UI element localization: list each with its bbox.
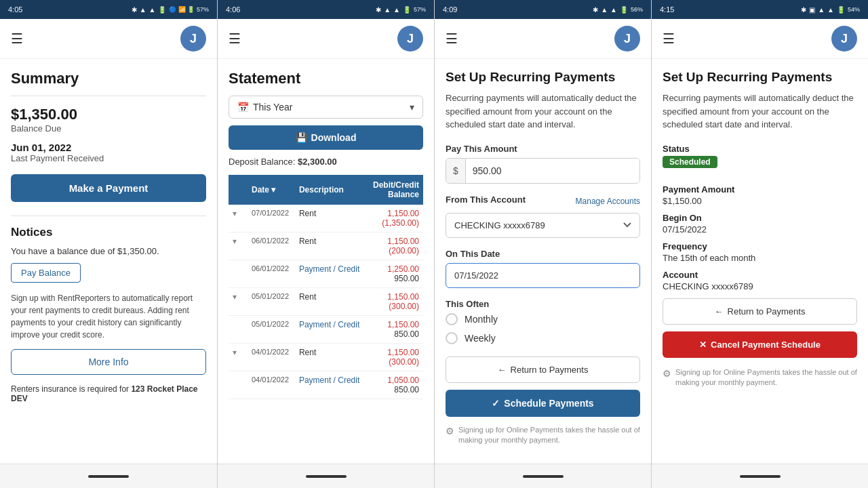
table-row: 05/01/2022 Payment / Credit 1,150.00 850… bbox=[229, 316, 423, 344]
screen-recurring-scheduled: 4:15 ✱ ▣ ▲ ▲ 🔋 54% ☰ J Set Up Recurring … bbox=[651, 0, 868, 488]
account-select[interactable]: CHECKING xxxxx6789 bbox=[446, 213, 640, 238]
deposit-balance: Deposit Balance: $2,300.00 bbox=[229, 157, 423, 167]
home-indicator-2 bbox=[306, 475, 347, 478]
divider-1 bbox=[11, 96, 206, 96]
expand-cell[interactable]: ▾ bbox=[229, 344, 248, 371]
status-time-4: 4:15 bbox=[660, 5, 674, 14]
recurring-description-3: Recurring payments will automatically de… bbox=[446, 92, 640, 131]
top-bar-2: ☰ J bbox=[218, 19, 434, 59]
status-time-1: 4:05 bbox=[8, 5, 22, 14]
menu-icon-3[interactable]: ☰ bbox=[446, 30, 458, 47]
amount-cell: 1,150.00 (300.00) bbox=[367, 344, 423, 371]
account-select-header: From This Account Manage Accounts bbox=[446, 195, 640, 209]
battery-pct-3: 56% bbox=[631, 6, 643, 13]
table-row: 06/01/2022 Payment / Credit 1,250.00 950… bbox=[229, 260, 423, 288]
home-indicator-3 bbox=[523, 475, 564, 478]
status-icons-2: ✱ ▲ ▲ 🔋 57% bbox=[376, 6, 426, 14]
description-cell[interactable]: Payment / Credit bbox=[295, 371, 367, 399]
bottom-nav-2 bbox=[218, 464, 434, 488]
home-indicator-1 bbox=[88, 475, 129, 478]
footer-info-4: ⚙ Signing up for Online Payments takes t… bbox=[663, 367, 857, 388]
status-bar-3: 4:09 ✱ ▲ ▲ 🔋 56% bbox=[435, 0, 651, 19]
frequency-val: The 15th of each month bbox=[663, 253, 857, 263]
radio-label-weekly: Weekly bbox=[465, 333, 496, 344]
date-cell: 05/01/2022 bbox=[248, 288, 295, 316]
date-cell: 07/01/2022 bbox=[248, 205, 295, 232]
description-cell: Rent bbox=[295, 344, 367, 371]
status-bar-1: 4:05 ✱ ▲ ▲ 🔋 🔵 📶 🔋 57% bbox=[0, 0, 217, 19]
date-cell: 04/01/2022 bbox=[248, 371, 295, 399]
return-to-payments-button-4[interactable]: ← Return to Payments bbox=[663, 298, 857, 325]
download-button[interactable]: 💾 Download bbox=[229, 125, 423, 150]
status-badge: Scheduled bbox=[663, 156, 717, 168]
year-filter-dropdown[interactable]: 📅 This Year ▾ bbox=[229, 96, 423, 119]
bottom-nav-1 bbox=[0, 464, 217, 488]
table-row: ▾ 04/01/2022 Rent 1,150.00 (300.00) bbox=[229, 344, 423, 371]
bluetooth-icon-3: ✱ bbox=[593, 6, 598, 14]
radio-weekly[interactable]: Weekly bbox=[446, 332, 640, 344]
deposit-amount: $2,300.00 bbox=[298, 157, 337, 167]
menu-icon-2[interactable]: ☰ bbox=[229, 30, 241, 47]
avatar-4[interactable]: J bbox=[831, 26, 857, 52]
expand-cell[interactable]: ▾ bbox=[229, 288, 248, 316]
menu-icon-4[interactable]: ☰ bbox=[663, 30, 675, 47]
cancel-payment-schedule-button[interactable]: ✕ Cancel Payment Schedule bbox=[663, 331, 857, 358]
signal-icon-2: ▲ bbox=[393, 6, 400, 14]
notice-text: You have a balance due of $1,350.00. bbox=[11, 246, 206, 256]
avatar-1[interactable]: J bbox=[180, 26, 206, 52]
amount-cell: 1,150.00 850.00 bbox=[367, 316, 423, 344]
calendar-icon: 📅 bbox=[237, 102, 249, 113]
page-title-statement: Statement bbox=[229, 70, 423, 87]
pay-amount-input[interactable] bbox=[466, 159, 639, 183]
frequency-radio-group: Monthly Weekly bbox=[446, 313, 640, 344]
amount-cell: 1,250.00 950.00 bbox=[367, 260, 423, 288]
more-info-button[interactable]: More Info bbox=[11, 349, 206, 375]
pay-balance-button[interactable]: Pay Balance bbox=[11, 263, 81, 283]
statement-table: Date ▾ Description Debit/CreditBalance ▾… bbox=[229, 175, 423, 399]
status-icons-4: ✱ ▣ ▲ ▲ 🔋 54% bbox=[801, 6, 860, 14]
menu-icon-1[interactable]: ☰ bbox=[11, 30, 23, 47]
date-cell: 05/01/2022 bbox=[248, 316, 295, 344]
bluetooth-icon-4: ✱ bbox=[801, 6, 806, 14]
description-cell[interactable]: Payment / Credit bbox=[295, 316, 367, 344]
expand-cell[interactable]: ▾ bbox=[229, 232, 248, 260]
balance-label: Balance Due bbox=[11, 123, 206, 134]
page-title-recurring-scheduled: Set Up Recurring Payments bbox=[663, 70, 857, 85]
amount-cell: 1,150.00 (200.00) bbox=[367, 232, 423, 260]
col-balance: Debit/CreditBalance bbox=[367, 175, 423, 205]
sim-icon-4: ▣ bbox=[809, 6, 815, 14]
expand-cell bbox=[229, 316, 248, 344]
filter-value: This Year bbox=[253, 102, 292, 113]
radio-monthly[interactable]: Monthly bbox=[446, 313, 640, 325]
make-payment-button[interactable]: Make a Payment bbox=[11, 174, 206, 202]
footer-info-3: ⚙ Signing up for Online Payments takes t… bbox=[446, 425, 640, 446]
schedule-payments-button[interactable]: ✓ Schedule Payments bbox=[446, 390, 640, 417]
table-row: ▾ 06/01/2022 Rent 1,150.00 (200.00) bbox=[229, 232, 423, 260]
table-row: 04/01/2022 Payment / Credit 1,050.00 850… bbox=[229, 371, 423, 399]
amount-cell: 1,050.00 850.00 bbox=[367, 371, 423, 399]
last-payment-label: Last Payment Received bbox=[11, 153, 206, 163]
avatar-2[interactable]: J bbox=[397, 26, 423, 52]
status-bar-4: 4:15 ✱ ▣ ▲ ▲ 🔋 54% bbox=[652, 0, 868, 19]
arrow-left-icon-3: ← bbox=[498, 365, 507, 375]
notices-title: Notices bbox=[11, 226, 206, 239]
account-key: Account bbox=[663, 270, 857, 280]
radio-label-monthly: Monthly bbox=[465, 314, 498, 325]
description-cell: Rent bbox=[295, 205, 367, 232]
status-icons-3: ✱ ▲ ▲ 🔋 56% bbox=[593, 6, 643, 14]
signal-icon-3: ▲ bbox=[610, 6, 617, 14]
chevron-down-icon: ▾ bbox=[410, 102, 414, 113]
date-cell: 06/01/2022 bbox=[248, 232, 295, 260]
battery-icon-4: 🔋 bbox=[837, 6, 845, 14]
signal-icon: ▲ bbox=[149, 6, 156, 14]
expand-cell bbox=[229, 260, 248, 288]
this-often-label: This Often bbox=[446, 299, 640, 309]
avatar-3[interactable]: J bbox=[614, 26, 640, 52]
expand-cell[interactable]: ▾ bbox=[229, 205, 248, 232]
page-title-recurring-setup: Set Up Recurring Payments bbox=[446, 70, 640, 85]
manage-accounts-link[interactable]: Manage Accounts bbox=[576, 197, 640, 206]
battery-pct-2: 57% bbox=[414, 6, 426, 13]
description-cell[interactable]: Payment / Credit bbox=[295, 260, 367, 288]
date-input[interactable] bbox=[446, 263, 640, 288]
return-to-payments-button-3[interactable]: ← Return to Payments bbox=[446, 357, 640, 383]
